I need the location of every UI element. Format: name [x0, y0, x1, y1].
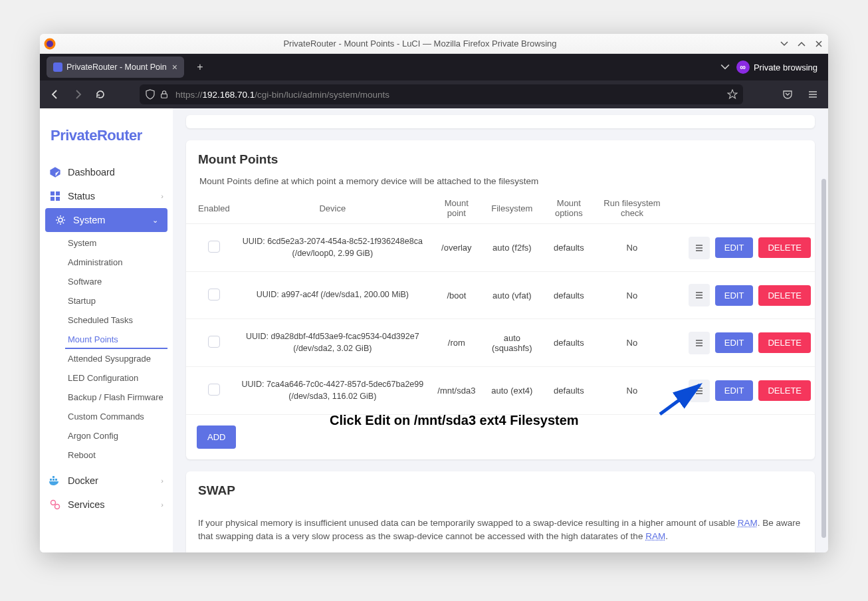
edit-button[interactable]: EDIT — [715, 237, 754, 258]
subitem-custom-commands[interactable]: Custom Commands — [40, 407, 173, 426]
enabled-checkbox[interactable] — [208, 241, 220, 253]
subitem-argon-config[interactable]: Argon Config — [40, 426, 173, 445]
tab-strip: PrivateRouter - Mount Poin × + ∞ Private… — [40, 54, 828, 80]
gears-icon — [49, 499, 61, 511]
close-window-button[interactable] — [814, 39, 824, 49]
bookmark-star-icon[interactable] — [727, 89, 738, 100]
sidebar-item-label: Docker — [68, 475, 98, 486]
edit-button[interactable]: EDIT — [715, 285, 754, 306]
subitem-reboot[interactable]: Reboot — [40, 445, 173, 465]
ram-link[interactable]: RAM — [738, 518, 758, 528]
edit-button[interactable]: EDIT — [715, 380, 754, 401]
subitem-mount-points[interactable]: Mount Points — [65, 330, 167, 349]
subitem-software[interactable]: Software — [40, 272, 173, 291]
subitem-scheduled-tasks[interactable]: Scheduled Tasks — [40, 310, 173, 330]
subitem-startup[interactable]: Startup — [40, 291, 173, 310]
svg-rect-4 — [56, 191, 60, 195]
sidebar-item-docker[interactable]: Docker › — [40, 469, 173, 493]
table-row: UUID: 6cd5e2a3-2074-454a-8c52-1f936248e8… — [186, 224, 815, 272]
lock-icon[interactable] — [160, 90, 169, 99]
url-host: 192.168.70.1 — [203, 90, 255, 100]
maximize-button[interactable] — [796, 39, 807, 49]
fsck-cell: No — [596, 319, 669, 367]
sidebar-item-services[interactable]: Services › — [40, 493, 173, 517]
delete-button[interactable]: DELETE — [758, 285, 811, 306]
sidebar-item-label: Dashboard — [68, 167, 115, 178]
delete-button[interactable]: DELETE — [758, 380, 811, 401]
mount-cell: /mnt/sda3 — [431, 367, 482, 415]
tab-list-button[interactable] — [720, 62, 730, 72]
opts-cell: defaults — [542, 367, 596, 415]
private-browsing-label: Private browsing — [754, 62, 817, 72]
mount-cell: /rom — [431, 319, 482, 367]
reload-button[interactable] — [90, 84, 110, 104]
system-subitems: System Administration Software Startup S… — [40, 232, 173, 469]
tab-label: PrivateRouter - Mount Poin — [66, 62, 167, 72]
favicon-icon — [53, 62, 62, 72]
back-button[interactable] — [45, 84, 65, 104]
url-toolbar: https://192.168.70.1/cgi-bin/luci/admin/… — [40, 80, 828, 108]
fs-cell: auto (ext4) — [482, 367, 542, 415]
ram-link[interactable]: RAM — [645, 531, 665, 541]
browser-tab[interactable]: PrivateRouter - Mount Poin × — [47, 57, 184, 78]
swap-card: SWAP If your physical memory is insuffic… — [186, 471, 815, 552]
grid-icon — [49, 190, 61, 202]
mount-points-table: Enabled Device Mount point Filesystem Mo… — [186, 193, 815, 415]
drag-handle-icon[interactable] — [689, 332, 710, 354]
enabled-checkbox[interactable] — [208, 384, 220, 396]
col-mount-options: Mount options — [542, 193, 596, 224]
drag-handle-icon[interactable] — [689, 284, 710, 306]
device-cell: UUID: 7ca4a646-7c0c-4427-857d-5dec67ba2e… — [234, 367, 431, 415]
main-panel: Mount Points Mount Points define at whic… — [173, 108, 828, 552]
device-cell: UUID: 6cd5e2a3-2074-454a-8c52-1f936248e8… — [234, 224, 431, 272]
sidebar-item-label: System — [73, 215, 105, 225]
tab-close-icon[interactable]: × — [172, 62, 177, 72]
add-button[interactable]: ADD — [197, 425, 236, 449]
fsck-cell: No — [596, 224, 669, 272]
drag-handle-icon[interactable] — [689, 380, 710, 402]
sidebar-item-label: Status — [68, 191, 95, 201]
fs-cell: auto (vfat) — [482, 272, 542, 319]
opts-cell: defaults — [542, 319, 596, 367]
opts-cell: defaults — [542, 224, 596, 272]
mount-cell: /overlay — [431, 224, 482, 272]
new-tab-button[interactable]: + — [191, 58, 209, 76]
scroll-thumb[interactable] — [821, 179, 826, 538]
forward-button[interactable] — [68, 84, 88, 104]
card-spacer — [186, 115, 815, 128]
swap-desc: If your physical memory is insufficient … — [186, 507, 815, 552]
fs-cell: auto (f2fs) — [482, 224, 542, 272]
shield-icon[interactable] — [145, 89, 156, 100]
sidebar-item-system[interactable]: System ⌄ — [45, 208, 167, 232]
delete-button[interactable]: DELETE — [758, 332, 811, 353]
svg-rect-11 — [53, 476, 54, 478]
sidebar-item-status[interactable]: Status › — [40, 184, 173, 208]
opts-cell: defaults — [542, 272, 596, 319]
gear-icon — [54, 214, 66, 226]
subitem-system[interactable]: System — [40, 233, 173, 253]
enabled-checkbox[interactable] — [208, 289, 220, 300]
svg-rect-9 — [53, 479, 54, 481]
app-menu-button[interactable] — [803, 84, 823, 104]
svg-rect-3 — [51, 191, 54, 195]
subitem-led-configuration[interactable]: LED Configuration — [40, 368, 173, 388]
delete-button[interactable]: DELETE — [758, 237, 811, 258]
sidebar-item-dashboard[interactable]: Dashboard — [40, 160, 173, 184]
subitem-attended-sysupgrade[interactable]: Attended Sysupgrade — [40, 349, 173, 368]
chevron-down-icon: ⌄ — [152, 216, 158, 225]
firefox-icon — [44, 38, 56, 50]
col-fsck: Run filesystem check — [596, 193, 669, 224]
address-bar[interactable]: https://192.168.70.1/cgi-bin/luci/admin/… — [140, 84, 743, 104]
window-title: PrivateRouter - Mount Points - LuCI — Mo… — [61, 39, 779, 49]
edit-button[interactable]: EDIT — [715, 332, 754, 353]
cube-icon — [49, 166, 61, 178]
scrollbar[interactable] — [822, 132, 827, 552]
drag-handle-icon[interactable] — [689, 237, 710, 259]
pocket-button[interactable] — [778, 84, 798, 104]
brand-logo: PrivateRouter — [40, 115, 173, 160]
enabled-checkbox[interactable] — [208, 336, 220, 348]
subitem-backup-flash[interactable]: Backup / Flash Firmware — [40, 388, 173, 407]
mount-cell: /boot — [431, 272, 482, 319]
minimize-button[interactable] — [779, 39, 790, 49]
subitem-administration[interactable]: Administration — [40, 253, 173, 272]
